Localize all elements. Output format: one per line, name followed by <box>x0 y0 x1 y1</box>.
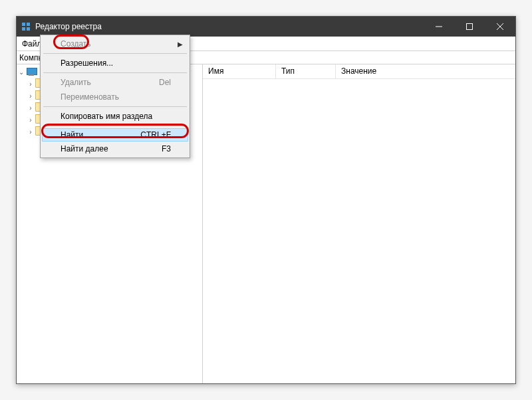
menu-item-label: Копировать имя раздела <box>61 112 152 121</box>
menu-shortcut: Del <box>159 78 171 87</box>
menu-separator <box>43 72 187 73</box>
expand-toggle[interactable]: › <box>26 116 35 124</box>
expand-toggle[interactable]: › <box>26 104 35 112</box>
minimize-button[interactable] <box>424 17 454 37</box>
menu-rename[interactable]: Переименовать <box>42 90 188 104</box>
menu-permissions[interactable]: Разрешения... <box>42 56 188 70</box>
expand-toggle[interactable]: › <box>26 128 35 136</box>
maximize-button[interactable] <box>454 17 485 37</box>
address-path: Компь <box>19 53 43 62</box>
menu-shortcut: CTRL+F <box>140 130 171 140</box>
list-body[interactable] <box>203 79 515 383</box>
app-icon <box>17 22 35 31</box>
edit-dropdown: Создать ▶ Разрешения... Удалить Del Пере… <box>40 35 190 158</box>
menu-find-next[interactable]: Найти далее F3 <box>42 142 188 156</box>
window-controls <box>424 17 515 37</box>
menu-delete[interactable]: Удалить Del <box>42 75 188 90</box>
expand-toggle[interactable]: ⌄ <box>17 68 26 76</box>
menu-shortcut: F3 <box>162 144 171 153</box>
titlebar[interactable]: Редактор реестра <box>17 17 515 37</box>
menu-item-label: Найти... <box>61 130 90 140</box>
computer-icon <box>26 68 37 76</box>
svg-rect-0 <box>22 23 25 26</box>
menu-item-label: Переименовать <box>61 92 119 102</box>
svg-rect-1 <box>27 23 30 26</box>
list-header: Имя Тип Значение <box>203 64 515 79</box>
svg-rect-5 <box>467 24 473 30</box>
menu-separator <box>43 53 187 54</box>
window-title: Редактор реестра <box>35 22 424 31</box>
menu-copy-key-name[interactable]: Копировать имя раздела <box>42 109 188 124</box>
list-pane: Имя Тип Значение <box>203 64 515 383</box>
svg-rect-3 <box>27 27 30 31</box>
expand-toggle[interactable]: › <box>26 80 35 88</box>
column-type[interactable]: Тип <box>276 64 336 78</box>
column-value[interactable]: Значение <box>336 64 515 78</box>
close-button[interactable] <box>485 17 515 37</box>
menu-item-label: Найти далее <box>61 144 108 153</box>
expand-toggle[interactable]: › <box>26 92 35 100</box>
menu-item-label: Удалить <box>61 78 91 87</box>
column-name[interactable]: Имя <box>203 64 276 78</box>
submenu-arrow-icon: ▶ <box>178 41 183 48</box>
menu-create[interactable]: Создать ▶ <box>42 37 188 51</box>
menu-find[interactable]: Найти... CTRL+F <box>42 128 188 142</box>
menu-item-label: Разрешения... <box>61 58 113 68</box>
svg-rect-2 <box>22 27 25 31</box>
menu-separator <box>43 106 187 107</box>
menu-separator <box>43 126 187 126</box>
menu-item-label: Создать <box>61 39 91 49</box>
